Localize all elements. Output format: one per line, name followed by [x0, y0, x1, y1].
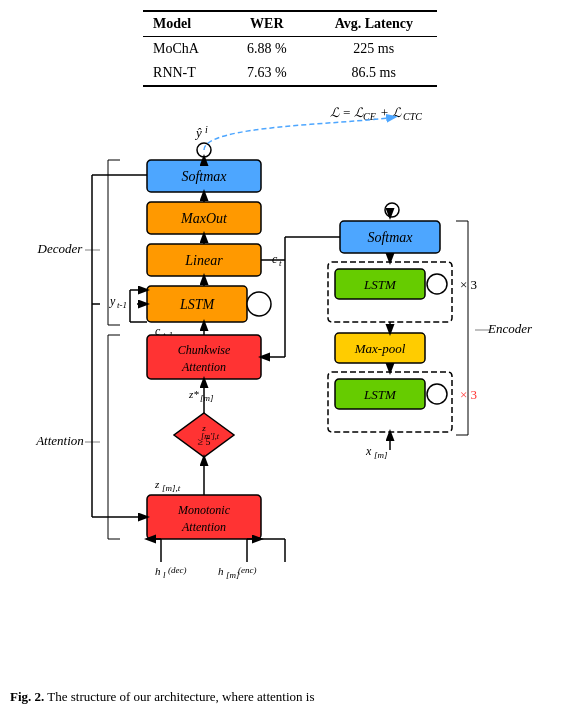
lstm-enc-top-label: LSTM [363, 277, 397, 292]
formula-text: ℒ = ℒ [330, 105, 364, 120]
table-section: Model WER Avg. Latency MoChA 6.88 % 225 … [0, 0, 580, 87]
col-wer: WER [223, 11, 311, 37]
y-hat-label: ŷ [194, 125, 202, 140]
latency-value: 86.5 ms [311, 61, 437, 86]
lstm-enc-top-circle [427, 274, 447, 294]
monotonic-label2: Attention [181, 520, 226, 534]
maxout-label: MaxOut [180, 211, 228, 226]
maxpool-label: Max-pool [354, 341, 406, 356]
table-row: MoChA 6.88 % 225 ms [143, 37, 437, 62]
y-prev-sub: t-1 [117, 300, 127, 310]
monotonic-label1: Monotonic [177, 503, 231, 517]
x-m-label: x [365, 444, 372, 458]
model-name: RNN-T [143, 61, 223, 86]
diagram-section: ℒ = ℒ CE + ℒ CTC ŷ i Softmax MaxOut Line… [0, 95, 580, 685]
lstm-enc-bot-label: LSTM [363, 387, 397, 402]
wer-value: 7.63 % [223, 61, 311, 86]
col-latency: Avg. Latency [311, 11, 437, 37]
model-name: MoChA [143, 37, 223, 62]
x-m-sub: [m] [374, 450, 388, 460]
h-dec-sub1: l [163, 570, 166, 580]
table-row: RNN-T 7.63 % 86.5 ms [143, 61, 437, 86]
architecture-diagram: ℒ = ℒ CE + ℒ CTC ŷ i Softmax MaxOut Line… [0, 95, 580, 685]
softmax-enc-label: Softmax [367, 230, 413, 245]
z-star-sub: [m] [200, 393, 214, 403]
softmax-dec-label: Softmax [181, 169, 227, 184]
linear-label: Linear [184, 253, 223, 268]
y-hat-sub: i [205, 124, 208, 135]
y-prev-label: y [109, 294, 116, 308]
wer-value: 6.88 % [223, 37, 311, 62]
lstm-dec-circle [247, 292, 271, 316]
h-enc-sup: (enc) [238, 565, 256, 575]
h-enc-label: h [218, 565, 224, 577]
z-ml-label: z [154, 478, 160, 490]
diamond-eq: ≥ 5 [198, 436, 211, 447]
latency-value: 225 ms [311, 37, 437, 62]
figure-caption: Fig. 2. The structure of our architectur… [0, 685, 580, 705]
results-table: Model WER Avg. Latency MoChA 6.88 % 225 … [143, 10, 437, 87]
encoder-label: Encoder [487, 321, 533, 336]
x3-bot-label: × 3 [460, 387, 477, 402]
x3-top-label: × 3 [460, 277, 477, 292]
h-dec-sup: (dec) [168, 565, 186, 575]
chunkwise-label2: Attention [181, 360, 226, 374]
caption-text: The structure of our architecture, where… [47, 689, 314, 704]
attention-label: Attention [35, 433, 84, 448]
lstm-dec-label: LSTM [179, 297, 216, 312]
lstm-enc-bot-circle [427, 384, 447, 404]
figure-label: Fig. 2. [10, 689, 44, 704]
z-ml-sub: [m],t [162, 483, 181, 493]
formula-sub-ctc: CTC [403, 111, 422, 122]
output-circle-enc [385, 203, 399, 217]
decoder-label: Decoder [37, 241, 84, 256]
col-model: Model [143, 11, 223, 37]
chunkwise-label1: Chunkwise [178, 343, 231, 357]
h-dec-label: h [155, 565, 161, 577]
ct-label: c [272, 252, 278, 266]
z-star-label: z* [188, 388, 199, 400]
